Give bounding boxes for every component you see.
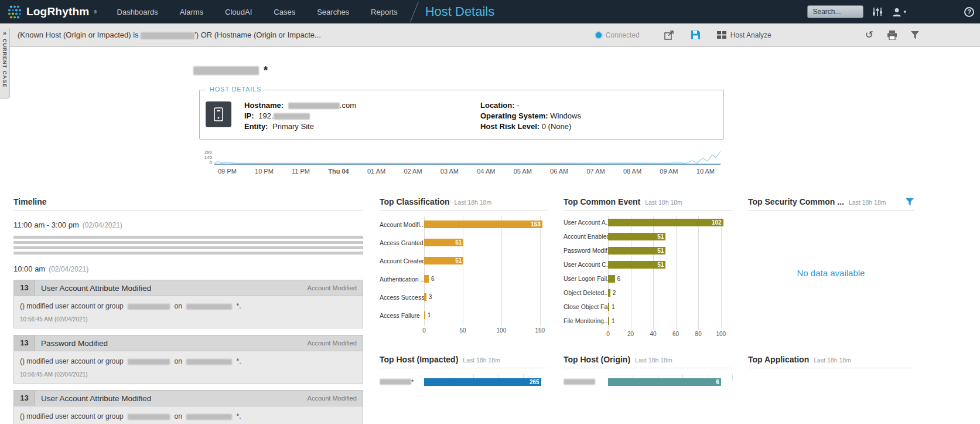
bar-value: 51 xyxy=(655,233,665,240)
bar-row[interactable]: 2 xyxy=(608,286,732,300)
filter-icon[interactable] xyxy=(911,31,919,39)
top-application-panel: Top Application Last 18h 18m xyxy=(748,355,914,424)
bar-category-label: Close Object Fai... xyxy=(564,300,608,314)
save-search-button[interactable] xyxy=(691,30,701,40)
bar[interactable] xyxy=(424,293,426,301)
expand-icon[interactable]: » xyxy=(3,29,6,37)
bar-row[interactable]: 6 xyxy=(608,373,732,391)
bar[interactable]: 6 xyxy=(608,378,721,386)
timeline-title: Timeline xyxy=(13,197,47,206)
bar-value: 6 xyxy=(431,276,435,282)
logrhythm-logo[interactable]: LogRhythm® xyxy=(7,4,97,19)
bar[interactable]: 102 xyxy=(608,219,723,226)
current-case-tab[interactable]: » CURRENT CASE xyxy=(0,28,10,99)
bar-value: 1 xyxy=(612,304,615,310)
bar[interactable] xyxy=(608,317,609,325)
nav-item-cloudai[interactable]: CloudAI xyxy=(225,8,252,16)
panel-filter-icon[interactable] xyxy=(906,198,914,206)
panel-title: Top Application xyxy=(748,355,809,364)
panel-timespan: Last 18h 18m xyxy=(635,357,672,364)
nav-item-cases[interactable]: Cases xyxy=(274,8,295,16)
bar-row[interactable]: 6 xyxy=(608,272,732,286)
panel-timespan: Last 18h 18m xyxy=(455,199,492,206)
bar-row[interactable]: 6 xyxy=(424,270,548,288)
bar-value: 2 xyxy=(613,290,616,296)
redacted-ip xyxy=(274,113,310,120)
bar-value: 6 xyxy=(617,276,621,282)
user-menu[interactable]: ▾ xyxy=(892,7,906,17)
chevron-down-icon: ▾ xyxy=(903,9,906,15)
bar-category-label: User Account C... xyxy=(564,257,608,272)
timeline-event-card[interactable]: 13 User Account Attribute Modified Accou… xyxy=(13,390,363,424)
bar[interactable] xyxy=(608,303,609,311)
nav-item-dashboards[interactable]: Dashboards xyxy=(117,8,158,16)
open-in-new-button[interactable] xyxy=(664,30,674,40)
tick-label: 0 xyxy=(606,331,610,337)
bar-row[interactable]: 51 xyxy=(608,243,732,257)
event-count-badge: 13 xyxy=(14,335,35,351)
location-row: Location: - xyxy=(480,100,723,111)
bar[interactable]: 51 xyxy=(424,257,463,264)
hostname-row: Hostname: .com xyxy=(244,100,480,111)
bar[interactable]: 265 xyxy=(424,378,541,386)
nav-item-alarms[interactable]: Alarms xyxy=(180,8,203,16)
bar[interactable]: 51 xyxy=(608,247,665,255)
tick-label: 05 AM xyxy=(514,168,532,175)
timeline-group-header: 10:00 am(02/04/2021) xyxy=(13,264,363,273)
bar[interactable] xyxy=(424,275,429,283)
event-classification: Account Modified xyxy=(308,395,357,402)
sliders-icon[interactable] xyxy=(872,7,883,16)
logo-text: LogRhythm xyxy=(26,5,89,18)
nav-item-reports[interactable]: Reports xyxy=(371,8,398,16)
common-event-bar-chart: User Account A...Account EnabledPassword… xyxy=(564,215,732,339)
print-icon[interactable] xyxy=(887,30,897,40)
bar-row[interactable]: 1 xyxy=(608,314,732,328)
bar-value: 1 xyxy=(612,318,615,324)
tick-label: 0 xyxy=(210,161,212,165)
x-axis: 050100150 xyxy=(424,326,548,335)
bar[interactable] xyxy=(608,289,610,297)
bar-row[interactable]: 51 xyxy=(424,252,548,270)
top-classification-panel: Top Classification Last 18h 18m Account … xyxy=(380,197,548,355)
host-analyze-button[interactable]: Host Analyze xyxy=(717,31,771,39)
tick-label: 100 xyxy=(716,331,726,337)
bar[interactable]: 51 xyxy=(608,233,665,240)
bar-row[interactable]: 51 xyxy=(608,257,732,272)
bar[interactable]: 51 xyxy=(608,261,665,269)
timeline-event-card[interactable]: 13 User Account Attribute Modified Accou… xyxy=(13,280,363,328)
timeline-event-card[interactable]: 13 Password Modified Account Modified ()… xyxy=(13,335,363,384)
bar[interactable]: 153 xyxy=(424,221,542,228)
bar-row[interactable]: 153 xyxy=(424,215,548,233)
top-nav-bar: LogRhythm® DashboardsAlarmsCloudAICasesS… xyxy=(0,0,980,23)
undo-icon[interactable]: ↺ xyxy=(865,30,873,40)
connected-dot-icon xyxy=(596,32,602,38)
nav-item-searches[interactable]: Searches xyxy=(317,8,349,16)
collapsed-events-stripes[interactable] xyxy=(13,236,363,255)
bar-row[interactable]: 102 xyxy=(608,215,732,229)
bar-value: 51 xyxy=(453,257,463,264)
redacted-hostname xyxy=(288,103,340,109)
bar[interactable] xyxy=(424,311,425,319)
bar[interactable] xyxy=(608,275,615,283)
bar-row[interactable]: 1 xyxy=(608,300,732,314)
bar-row[interactable]: 1 xyxy=(424,306,548,324)
redacted-target xyxy=(186,414,232,420)
event-timestamp: 10:56:45 AM (02/04/2021) xyxy=(14,310,363,328)
panel-timespan: Last 18h 18m xyxy=(645,199,682,206)
save-icon xyxy=(691,30,701,40)
bar-row[interactable]: 51 xyxy=(424,233,548,252)
os-row: Operating System: Windows xyxy=(480,111,723,121)
help-icon[interactable]: ? xyxy=(964,7,974,17)
host-analyze-icon xyxy=(717,31,726,39)
event-title: Password Modified xyxy=(41,339,108,348)
connected-label: Connected xyxy=(606,31,640,39)
bar-row[interactable]: 51 xyxy=(608,229,732,243)
event-title: User Account Attribute Modified xyxy=(41,394,151,403)
bar-row[interactable]: 265 xyxy=(424,373,548,391)
event-timestamp: 10:56:45 AM (02/04/2021) xyxy=(14,420,363,424)
bar-category-label: User Logon Fail... xyxy=(564,272,608,286)
bar[interactable]: 51 xyxy=(424,239,463,246)
search-input[interactable]: Search... xyxy=(807,5,863,18)
bar-row[interactable]: 3 xyxy=(424,288,548,306)
gridline xyxy=(732,374,733,381)
